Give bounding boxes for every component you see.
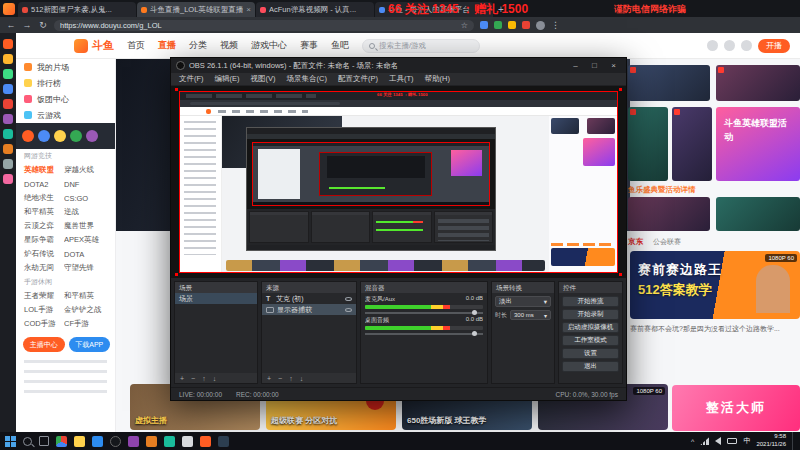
lol-event-banner[interactable]: 斗鱼英雄联盟活动	[716, 107, 800, 181]
source-item-text[interactable]: T 艾克 (初)	[262, 293, 356, 304]
nav-item-video[interactable]: 视频	[220, 39, 238, 52]
visibility-eye-icon[interactable]	[345, 297, 352, 301]
task-view-icon[interactable]	[39, 436, 49, 446]
transition-select[interactable]: 淡出 ▾	[495, 296, 551, 307]
taskbar-search-icon[interactable]	[23, 437, 32, 446]
back-icon[interactable]: ←	[6, 20, 16, 30]
category-link[interactable]: DOTA	[64, 250, 115, 259]
sidebar-shortcut-icon[interactable]	[3, 114, 13, 124]
browser-logo-icon[interactable]	[3, 3, 15, 15]
ime-language-indicator[interactable]: 中	[743, 436, 750, 446]
bookmark-star-icon[interactable]: ☆	[461, 21, 468, 30]
minimize-button[interactable]: –	[568, 61, 583, 70]
nav-item-live[interactable]: 直播	[158, 39, 176, 52]
scene-up-button[interactable]: ↑	[202, 375, 206, 382]
url-box[interactable]: https://www.douyu.com/g_LOL ☆	[54, 20, 474, 31]
menu-item-fanclub[interactable]: 饭团中心	[16, 91, 115, 107]
guild-link[interactable]: 公会联赛	[653, 237, 681, 247]
category-link[interactable]: 穿越火线	[64, 165, 115, 175]
event-caption[interactable]: 鱼乐盛典暨活动详情	[628, 185, 800, 195]
event-cover[interactable]	[672, 107, 712, 181]
tab-close-icon[interactable]: ×	[246, 5, 251, 14]
extension-icon[interactable]	[508, 21, 516, 29]
anchor-center-button[interactable]: 主播中心	[23, 337, 65, 352]
menu-tools[interactable]: 工具(T)	[389, 74, 414, 84]
volume-slider[interactable]	[365, 333, 483, 335]
category-link[interactable]: COD手游	[16, 319, 64, 329]
show-desktop-button[interactable]	[792, 432, 795, 450]
sidebar-shortcut-icon[interactable]	[3, 39, 13, 49]
taskbar-clock[interactable]: 9:58 2021/11/26	[756, 433, 786, 449]
live-room-thumbnail[interactable]	[716, 65, 800, 101]
category-link[interactable]: 王者荣耀	[16, 291, 64, 301]
event-cover[interactable]	[628, 107, 668, 181]
scene-down-button[interactable]: ↓	[213, 375, 217, 382]
sidebar-shortcut-icon[interactable]	[3, 174, 13, 184]
live-room-thumbnail[interactable]	[628, 197, 710, 231]
sidebar-shortcut-icon[interactable]	[3, 69, 13, 79]
source-down-button[interactable]: ↓	[300, 375, 304, 382]
obs-preview[interactable]: 66 关注 1345 ：赠礼 1500	[171, 86, 626, 278]
taskbar-app-obs[interactable]	[110, 436, 121, 447]
category-link[interactable]: 英雄联盟	[16, 165, 64, 175]
browser-tab[interactable]: 512新图僵尸来袭,从鬼...	[18, 2, 136, 17]
category-link[interactable]: APEX英雄	[64, 235, 115, 245]
browser-profile-avatar[interactable]	[536, 21, 545, 30]
network-icon[interactable]	[700, 437, 709, 445]
browser-tab[interactable]: AcFun弹幕视频网 - 认真...	[256, 2, 374, 17]
category-link[interactable]: 金铲铲之战	[64, 305, 115, 315]
nav-icon-message[interactable]	[707, 40, 718, 51]
category-link[interactable]: DNF	[64, 180, 115, 189]
sidebar-shortcut-icon[interactable]	[3, 84, 13, 94]
virtual-camera-button[interactable]: 启动虚拟摄像机	[562, 322, 619, 333]
taskbar-app-chrome[interactable]	[56, 436, 67, 447]
selection-handle[interactable]	[175, 273, 178, 276]
browser-tab-active[interactable]: 斗鱼直播_LOL英雄联盟直播 ×	[137, 2, 255, 17]
taskbar-app-explorer[interactable]	[74, 436, 85, 447]
jd-link[interactable]: 京东	[628, 237, 643, 247]
category-link[interactable]: LOL手游	[16, 305, 64, 315]
game-avatar[interactable]	[22, 130, 34, 142]
download-app-button[interactable]: 下载APP	[69, 337, 111, 352]
sidebar-shortcut-icon[interactable]	[3, 129, 13, 139]
live-room-thumbnail[interactable]	[628, 65, 710, 101]
search-input[interactable]: 搜索主播/游戏	[362, 39, 480, 53]
category-link[interactable]: CF手游	[64, 319, 115, 329]
browser-menu-icon[interactable]: ⋮	[551, 20, 560, 30]
volume-icon[interactable]	[715, 437, 721, 445]
spinner-caret-icon[interactable]: ▾	[544, 312, 547, 319]
url-text[interactable]: https://www.douyu.com/g_LOL	[60, 21, 457, 30]
nav-item-esports[interactable]: 赛事	[300, 39, 318, 52]
menu-help[interactable]: 帮助(H)	[425, 74, 450, 84]
category-link[interactable]: 炉石传说	[16, 249, 64, 259]
nav-icon-history[interactable]	[724, 40, 735, 51]
nav-item-gamecenter[interactable]: 游戏中心	[251, 39, 287, 52]
scene-item[interactable]: 场景	[175, 293, 257, 304]
taskbar-app-icon[interactable]	[146, 436, 157, 447]
sidebar-shortcut-icon[interactable]	[3, 99, 13, 109]
sidebar-shortcut-icon[interactable]	[3, 54, 13, 64]
category-link[interactable]: 和平精英	[64, 291, 115, 301]
maximize-button[interactable]: □	[587, 61, 602, 70]
slider-knob[interactable]	[472, 310, 477, 315]
taskbar-app-icon[interactable]	[182, 436, 193, 447]
game-avatar[interactable]	[86, 130, 98, 142]
game-avatar[interactable]	[38, 130, 50, 142]
category-link[interactable]: DOTA2	[16, 180, 64, 189]
volume-slider[interactable]	[365, 312, 483, 314]
menu-edit[interactable]: 编辑(E)	[215, 74, 240, 84]
category-link[interactable]: 绝地求生	[16, 193, 64, 203]
start-streaming-button[interactable]: 开始推流	[562, 296, 619, 307]
douyu-logo[interactable]: 斗鱼	[74, 38, 114, 53]
game-avatar[interactable]	[70, 130, 82, 142]
category-link[interactable]: 云顶之弈	[16, 221, 64, 231]
menu-file[interactable]: 文件(F)	[179, 74, 204, 84]
duration-spinner[interactable]: 300 ms ▾	[510, 310, 551, 320]
category-link[interactable]: 星际争霸	[16, 235, 64, 245]
studio-mode-button[interactable]: 工作室模式	[562, 335, 619, 346]
taskbar-app-browser[interactable]	[92, 436, 103, 447]
remove-source-button[interactable]: −	[278, 375, 282, 382]
live-room-thumbnail[interactable]	[716, 197, 800, 231]
selection-handle[interactable]	[619, 273, 622, 276]
forward-icon[interactable]: →	[22, 20, 32, 30]
